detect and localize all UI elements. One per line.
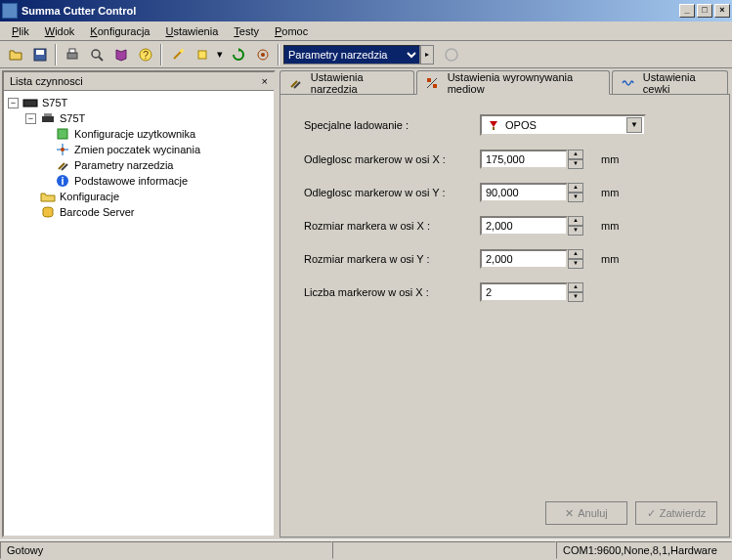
printer-icon xyxy=(40,111,56,125)
device-icon xyxy=(22,96,38,109)
svg-rect-29 xyxy=(433,84,437,88)
tree-node-podstawowe-informacje[interactable]: i Podstawowe informacje xyxy=(8,173,270,189)
spinner-dist-y[interactable]: ▲▼ xyxy=(568,183,583,202)
svg-point-20 xyxy=(61,148,65,151)
label-size-y: Rozmiar markera w osi Y : xyxy=(304,253,480,265)
book-icon[interactable] xyxy=(109,44,132,65)
toolbar: ? ▾ Parametry narzedzia ▸ xyxy=(0,41,732,68)
tree-label: Barcode Server xyxy=(60,206,134,218)
tree-label: Podstawowe informacje xyxy=(74,175,188,187)
save-icon[interactable] xyxy=(28,44,51,65)
tab-wyrownywania-mediow[interactable]: Ustawienia wyrownywania mediow xyxy=(416,70,610,95)
tree-node-s75t[interactable]: − S75T xyxy=(8,110,270,126)
label-count-x: Liczba markerow w osi X : xyxy=(304,286,480,298)
tree-label: Parametry narzedzia xyxy=(74,159,174,171)
menu-testy[interactable]: Testy xyxy=(226,23,267,39)
menu-pomoc[interactable]: Pomoc xyxy=(267,23,316,39)
tab-label: Ustawienia wyrownywania mediow xyxy=(448,71,601,95)
separator xyxy=(278,44,280,65)
tools-icon xyxy=(288,76,303,90)
tree-label: Konfiguracje xyxy=(60,191,119,202)
wand-icon[interactable] xyxy=(166,44,189,65)
refresh-icon[interactable] xyxy=(227,44,249,65)
status-port: COM1:9600,None,8,1,Hardware xyxy=(556,541,732,559)
menu-ustawienia[interactable]: Ustawienia xyxy=(157,23,226,39)
preview-icon[interactable] xyxy=(85,44,108,65)
svg-rect-10 xyxy=(198,51,206,59)
menu-konfiguracja[interactable]: Konfiguracja xyxy=(82,23,157,39)
status-ready: Gotowy xyxy=(0,541,332,559)
tree-node-root[interactable]: − S75T xyxy=(8,95,270,110)
svg-rect-31 xyxy=(493,127,495,130)
open-icon[interactable] xyxy=(4,44,26,65)
dropdown-special-load[interactable]: OPOS ▼ xyxy=(480,114,646,136)
tree-node-konfiguracje-uzytkownika[interactable]: Konfiguracje uzytkownika xyxy=(8,126,270,142)
tree-collapse-icon[interactable]: − xyxy=(25,113,36,124)
apply-button[interactable]: ✓ Zatwierdz xyxy=(635,501,717,525)
tree: − S75T − S75T Konfiguracje uzytkownika Z… xyxy=(4,91,274,536)
tab-content: Specjalne ladowanie : OPOS ▼ Odleglosc m… xyxy=(280,94,730,538)
tab-ustawienia-cewki[interactable]: Ustawienia cewki xyxy=(612,70,728,94)
svg-line-5 xyxy=(99,57,103,61)
label-size-x: Rozmiar markera w osi X : xyxy=(304,220,480,232)
panel-close-icon[interactable]: × xyxy=(262,75,268,87)
tree-node-barcode-server[interactable]: Barcode Server xyxy=(8,204,270,220)
menu-widok[interactable]: Widok xyxy=(37,23,83,39)
tab-label: Ustawienia cewki xyxy=(643,71,719,95)
svg-point-13 xyxy=(446,49,457,61)
cancel-icon: ✕ xyxy=(565,507,574,520)
input-dist-y[interactable] xyxy=(480,183,568,202)
dropdown-arrow-icon[interactable]: ▼ xyxy=(626,117,642,133)
input-count-x[interactable] xyxy=(480,282,568,302)
spinner-dist-x[interactable]: ▲▼ xyxy=(568,150,583,169)
spinner-size-y[interactable]: ▲▼ xyxy=(568,249,583,269)
target-icon[interactable] xyxy=(251,44,274,65)
menu-plik[interactable]: Plik xyxy=(4,23,37,39)
tree-collapse-icon[interactable]: − xyxy=(8,98,19,108)
print-icon[interactable] xyxy=(61,44,83,65)
svg-rect-1 xyxy=(36,50,44,55)
opos-icon xyxy=(486,118,501,132)
dropdown-arrow-icon[interactable]: ▾ xyxy=(215,48,225,61)
svg-rect-2 xyxy=(67,53,77,59)
status-mid xyxy=(332,541,556,559)
cancel-button[interactable]: ✕ Anuluj xyxy=(545,501,627,525)
svg-point-9 xyxy=(180,49,184,53)
spinner-count-x[interactable]: ▲▼ xyxy=(568,282,583,302)
svg-rect-14 xyxy=(23,100,37,107)
svg-rect-28 xyxy=(427,78,431,82)
separator xyxy=(160,44,162,65)
input-dist-x[interactable] xyxy=(480,150,568,169)
config-icon xyxy=(55,127,70,141)
input-size-x[interactable] xyxy=(480,216,568,236)
left-panel-header: Lista czynnosci × xyxy=(4,72,274,91)
toolbar-combo[interactable]: Parametry narzedzia ▸ xyxy=(283,45,434,65)
unit-label: mm xyxy=(601,253,619,265)
tree-node-parametry-narzedzia[interactable]: Parametry narzedzia xyxy=(8,157,270,173)
spinner-size-x[interactable]: ▲▼ xyxy=(568,216,583,236)
tree-label: S75T xyxy=(42,97,67,108)
svg-text:i: i xyxy=(61,175,64,187)
tabs: Ustawienia narzedzia Ustawienia wyrownyw… xyxy=(280,70,730,94)
tree-node-konfiguracje[interactable]: Konfiguracje xyxy=(8,189,270,204)
titlebar: Summa Cutter Control _ □ × xyxy=(0,0,732,22)
tab-ustawienia-narzedzia[interactable]: Ustawienia narzedzia xyxy=(280,70,414,94)
help-icon[interactable]: ? xyxy=(134,44,156,65)
input-size-y[interactable] xyxy=(480,249,568,269)
svg-rect-16 xyxy=(44,113,52,116)
close-button[interactable]: × xyxy=(714,4,730,18)
star-icon[interactable] xyxy=(191,44,213,65)
svg-rect-15 xyxy=(42,116,54,122)
menubar: Plik Widok Konfiguracja Ustawienia Testy… xyxy=(0,22,732,41)
label-dist-x: Odleglosc markerow w osi X : xyxy=(304,153,480,165)
minimize-button[interactable]: _ xyxy=(679,4,695,18)
statusbar: Gotowy COM1:9600,None,8,1,Hardware xyxy=(0,539,732,559)
coil-icon xyxy=(621,76,635,90)
tree-node-zmien-poczatek[interactable]: Zmien poczatek wycinania xyxy=(8,142,270,157)
unit-label: mm xyxy=(601,153,619,165)
maximize-button[interactable]: □ xyxy=(697,4,712,18)
tools-icon xyxy=(55,158,70,172)
unit-label: mm xyxy=(601,187,619,198)
combo-go-icon[interactable]: ▸ xyxy=(420,45,434,65)
dropdown-value: OPOS xyxy=(505,119,537,131)
